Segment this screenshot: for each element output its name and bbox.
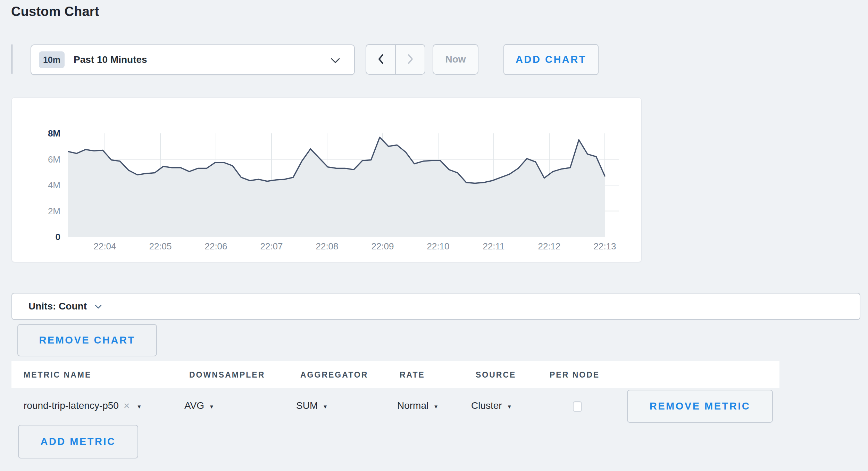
units-dropdown[interactable]: Units: Count bbox=[11, 293, 860, 320]
chevron-down-icon bbox=[94, 304, 102, 311]
time-range-label: Past 10 Minutes bbox=[74, 54, 147, 65]
add-chart-button[interactable]: ADD CHART bbox=[503, 44, 599, 75]
metrics-table-header: METRIC NAME DOWNSAMPLER AGGREGATOR RATE … bbox=[11, 361, 779, 388]
next-time-button[interactable] bbox=[396, 45, 425, 74]
x-tick-label: 22:08 bbox=[316, 241, 338, 252]
column-header-source: SOURCE bbox=[476, 361, 516, 388]
column-header-rate: RATE bbox=[400, 361, 425, 388]
close-icon[interactable]: × bbox=[124, 400, 130, 411]
x-tick-label: 22:12 bbox=[538, 241, 560, 252]
source-dropdown[interactable]: Cluster ▼ bbox=[471, 388, 512, 423]
caret-down-icon: ▼ bbox=[433, 404, 439, 410]
time-pager bbox=[366, 44, 425, 75]
time-range-badge: 10m bbox=[39, 51, 65, 68]
toolbar-accent-bar bbox=[11, 44, 12, 74]
x-tick-label: 22:13 bbox=[593, 241, 616, 252]
caret-down-icon: ▼ bbox=[209, 404, 214, 410]
x-tick-label: 22:07 bbox=[260, 241, 283, 252]
chart-area-fill bbox=[68, 137, 605, 237]
per-node-checkbox[interactable] bbox=[573, 401, 582, 412]
metric-name-value: round-trip-latency-p50 bbox=[24, 400, 119, 411]
add-metric-button[interactable]: ADD METRIC bbox=[18, 425, 138, 458]
caret-down-icon: ▼ bbox=[136, 404, 142, 410]
caret-down-icon: ▼ bbox=[323, 404, 328, 410]
chevron-right-icon bbox=[407, 54, 414, 65]
now-button[interactable]: Now bbox=[433, 44, 478, 75]
metric-row: round-trip-latency-p50 × ▼ AVG ▼ SUM ▼ N… bbox=[11, 388, 779, 423]
column-header-downsampler: DOWNSAMPLER bbox=[189, 361, 265, 388]
x-tick-label: 22:11 bbox=[483, 241, 504, 252]
x-tick-label: 22:04 bbox=[93, 241, 116, 252]
x-tick-label: 22:06 bbox=[205, 241, 227, 252]
column-header-per-node: PER NODE bbox=[550, 361, 600, 388]
y-tick-label: 8M bbox=[29, 128, 60, 139]
prev-time-button[interactable] bbox=[366, 45, 396, 74]
column-header-aggregator: AGGREGATOR bbox=[300, 361, 368, 388]
downsampler-dropdown[interactable]: AVG ▼ bbox=[184, 388, 214, 423]
remove-chart-button[interactable]: REMOVE CHART bbox=[17, 324, 157, 356]
chart-card: 02M4M6M8M 22:0422:0522:0622:0722:0822:09… bbox=[11, 97, 642, 262]
metric-name-dropdown[interactable]: round-trip-latency-p50 × ▼ bbox=[24, 388, 142, 423]
rate-dropdown[interactable]: Normal ▼ bbox=[397, 388, 439, 423]
aggregator-value: SUM bbox=[296, 400, 318, 411]
remove-metric-button[interactable]: REMOVE METRIC bbox=[627, 390, 773, 423]
y-tick-label: 2M bbox=[29, 206, 60, 217]
y-tick-label: 4M bbox=[29, 180, 60, 191]
x-tick-label: 22:05 bbox=[149, 241, 172, 252]
rate-value: Normal bbox=[397, 400, 428, 411]
source-value: Cluster bbox=[471, 400, 502, 411]
x-tick-label: 22:10 bbox=[427, 241, 449, 252]
units-label: Units: Count bbox=[28, 301, 87, 312]
y-tick-label: 0 bbox=[29, 232, 60, 242]
page-title: Custom Chart bbox=[11, 4, 99, 19]
chevron-down-icon bbox=[331, 58, 340, 65]
aggregator-dropdown[interactable]: SUM ▼ bbox=[296, 388, 328, 423]
downsampler-value: AVG bbox=[184, 400, 204, 411]
x-tick-label: 22:09 bbox=[371, 241, 394, 252]
timeseries-chart bbox=[68, 133, 619, 237]
caret-down-icon: ▼ bbox=[507, 404, 512, 410]
custom-chart-page: Custom Chart 10m Past 10 Minutes Now ADD… bbox=[0, 0, 868, 471]
time-range-dropdown[interactable]: 10m Past 10 Minutes bbox=[31, 44, 355, 75]
y-tick-label: 6M bbox=[29, 154, 60, 165]
column-header-metric-name: METRIC NAME bbox=[24, 361, 91, 388]
chevron-left-icon bbox=[377, 54, 384, 65]
